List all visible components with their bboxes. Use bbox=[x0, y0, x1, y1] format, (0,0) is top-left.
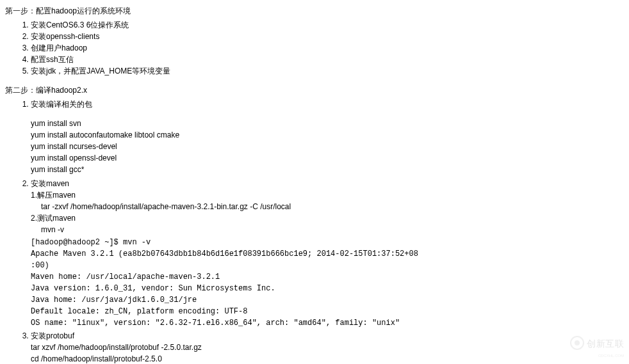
step2-item3-cmds: tar xzvf /home/hadoop/install/protobuf -… bbox=[31, 342, 624, 364]
step2-item2-sub2: 2.测试maven mvn -v [hadoop@hadoop2 ~]$ mvn… bbox=[31, 212, 624, 329]
sub2-cmd: mvn -v bbox=[41, 224, 624, 235]
step1-item: 安装jdk，并配置JAVA_HOME等环境变量 bbox=[31, 65, 624, 77]
step2-item3-label: 安装protobuf bbox=[31, 331, 74, 340]
step2-item3: 安装protobuf tar xzvf /home/hadoop/install… bbox=[31, 330, 624, 364]
step2-item2-sub1: 1.解压maven tar -zxvf /home/hadoop/install… bbox=[31, 189, 624, 212]
step1-item: 创建用户hadoop bbox=[31, 42, 624, 54]
sub1-cmd: tar -zxvf /home/hadoop/install/apache-ma… bbox=[41, 201, 624, 212]
watermark-logo-icon bbox=[569, 335, 585, 354]
step1-item: 安装CentOS6.3 6位操作系统 bbox=[31, 19, 624, 31]
maven-output: [hadoop@hadoop2 ~]$ mvn -v Apache Maven … bbox=[31, 237, 624, 329]
step1-item: 配置ssh互信 bbox=[31, 54, 624, 65]
cmd-line: yum install svn bbox=[31, 118, 624, 129]
step2-item1-label: 安装编译相关的包 bbox=[31, 100, 92, 109]
svg-point-1 bbox=[575, 340, 580, 345]
sub2-label: 2.测试maven bbox=[31, 212, 624, 224]
step1-list: 安装CentOS6.3 6位操作系统 安装openssh-clients 创建用… bbox=[5, 19, 624, 77]
sub1-label: 1.解压maven bbox=[31, 189, 624, 201]
step2-title: 第二步：编译hadoop2.x bbox=[5, 84, 624, 96]
step2-item1-cmds: yum install svn yum install autoconfauto… bbox=[31, 118, 624, 175]
step2-item1: 安装编译相关的包 yum install svn yum install aut… bbox=[31, 99, 624, 175]
cmd-line: yum install openssl-devel bbox=[31, 152, 624, 164]
watermark-subtext: CDCXHL.COM bbox=[569, 353, 624, 359]
cmd-line: yum install autoconfautomake libtool cma… bbox=[31, 129, 624, 141]
step2-item2: 安装maven 1.解压maven tar -zxvf /home/hadoop… bbox=[31, 178, 624, 329]
cmd-line: yum install ncurses-devel bbox=[31, 141, 624, 152]
step2-list: 安装编译相关的包 yum install svn yum install aut… bbox=[5, 99, 624, 364]
watermark: 创新互联 CDCXHL.COM bbox=[569, 335, 624, 360]
step1-title: 第一步：配置hadoop运行的系统环境 bbox=[5, 5, 624, 17]
cmd-line: tar xzvf /home/hadoop/install/protobuf -… bbox=[31, 342, 624, 353]
step2-item2-label: 安装maven bbox=[31, 179, 69, 188]
cmd-line: cd /home/hadoop/install/protobuf-2.5.0 bbox=[31, 353, 624, 364]
cmd-line: yum install gcc* bbox=[31, 164, 624, 175]
step1-item: 安装openssh-clients bbox=[31, 31, 624, 42]
watermark-text: 创新互联 bbox=[587, 337, 624, 351]
